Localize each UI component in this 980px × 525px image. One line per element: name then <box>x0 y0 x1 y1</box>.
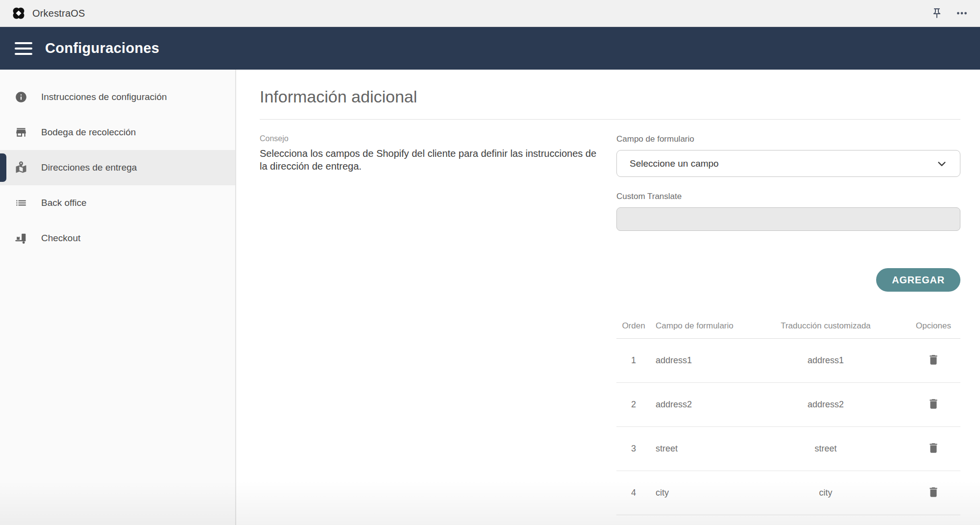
campo-formulario-label: Campo de formulario <box>616 134 960 144</box>
cell-traduccion: address2 <box>745 400 906 410</box>
table-row: 2 address2 address2 <box>616 383 960 427</box>
cell-orden: 1 <box>616 355 651 366</box>
campo-formulario-select[interactable]: Seleccione un campo <box>616 150 960 177</box>
sidebar-item-back-office[interactable]: Back office <box>0 185 235 221</box>
cell-traduccion: address1 <box>745 355 906 366</box>
cell-campo: address1 <box>651 355 745 366</box>
cell-campo: address2 <box>651 400 745 410</box>
cell-orden: 3 <box>616 444 651 454</box>
sidebar-item-instrucciones[interactable]: Instrucciones de configuración <box>0 79 235 115</box>
cell-campo: city <box>651 488 745 498</box>
sidebar-item-label: Checkout <box>41 233 80 244</box>
table-row: 1 address1 address1 <box>616 339 960 383</box>
page-title: Información adicional <box>260 87 960 106</box>
chevron-down-icon <box>936 158 947 169</box>
delete-icon[interactable] <box>927 442 940 456</box>
storefront-icon <box>14 126 28 139</box>
info-icon <box>14 91 28 103</box>
sidebar-item-bodega[interactable]: Bodega de recolección <box>0 115 235 150</box>
menu-icon[interactable] <box>15 42 32 55</box>
table-row: 4 city city <box>616 471 960 515</box>
list-icon <box>14 197 28 209</box>
title-divider <box>260 119 960 120</box>
top-bar: OrkestraOS <box>0 0 980 27</box>
delete-icon[interactable] <box>927 353 940 368</box>
custom-translate-input[interactable] <box>616 207 960 231</box>
custom-translate-label: Custom Translate <box>616 192 960 201</box>
map-pin-icon <box>14 161 28 175</box>
fields-table: Orden Campo de formulario Traducción cus… <box>616 313 960 515</box>
page-header-title: Configuraciones <box>45 40 159 56</box>
tip-text: Selecciona los campos de Shopify del cli… <box>260 147 603 173</box>
sidebar-item-checkout[interactable]: Checkout <box>0 221 235 256</box>
header-opciones: Opciones <box>906 321 960 331</box>
pin-icon[interactable] <box>931 7 943 19</box>
more-menu-icon[interactable] <box>956 7 968 20</box>
trolley-icon <box>14 231 28 245</box>
settings-sidebar: Instrucciones de configuración Bodega de… <box>0 70 236 525</box>
tip-section: Consejo Selecciona los campos de Shopify… <box>260 134 616 515</box>
cell-campo: street <box>651 444 745 454</box>
header-traduccion: Traducción customizada <box>745 321 906 331</box>
brand: OrkestraOS <box>12 6 85 20</box>
header-orden: Orden <box>616 321 651 331</box>
sidebar-item-label: Bodega de recolección <box>41 127 136 138</box>
table-header-row: Orden Campo de formulario Traducción cus… <box>616 313 960 339</box>
cell-traduccion: city <box>745 488 906 498</box>
sidebar-item-direcciones[interactable]: Direcciones de entrega <box>0 150 235 185</box>
cell-traduccion: street <box>745 444 906 454</box>
sidebar-item-label: Direcciones de entrega <box>41 162 137 173</box>
header-campo: Campo de formulario <box>651 321 745 331</box>
form-section: Campo de formulario Seleccione un campo … <box>616 134 960 515</box>
sidebar-item-label: Back office <box>41 198 87 208</box>
delete-icon[interactable] <box>927 398 940 412</box>
select-value: Seleccione un campo <box>630 158 719 169</box>
app-name: OrkestraOS <box>32 8 85 19</box>
agregar-button[interactable]: AGREGAR <box>876 268 960 292</box>
orkestra-logo-icon <box>12 6 25 20</box>
selected-indicator <box>0 153 6 182</box>
table-row: 3 street street <box>616 427 960 471</box>
main-content: Información adicional Consejo Selecciona… <box>236 70 980 525</box>
cell-orden: 4 <box>616 488 651 498</box>
cell-orden: 2 <box>616 400 651 410</box>
app-header: Configuraciones <box>0 27 980 70</box>
delete-icon[interactable] <box>927 486 940 500</box>
sidebar-item-label: Instrucciones de configuración <box>41 92 167 102</box>
tip-label: Consejo <box>260 134 616 143</box>
